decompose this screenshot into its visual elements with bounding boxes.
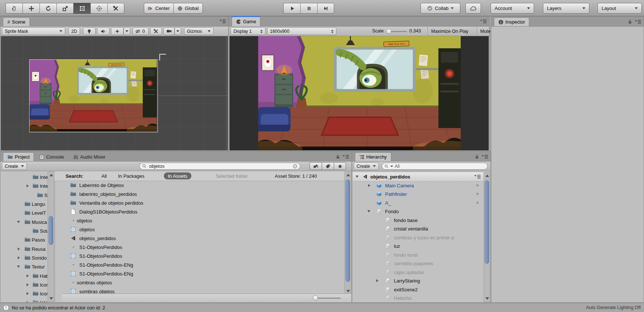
scale-slider-thumb[interactable] bbox=[386, 29, 391, 34]
tree-row[interactable]: Pasos bbox=[1, 235, 55, 244]
layers-dropdown[interactable]: Layers bbox=[543, 3, 589, 14]
scene-menu-icon[interactable] bbox=[474, 174, 481, 179]
tab-console[interactable]: Console bbox=[35, 153, 68, 161]
tree-row[interactable]: Textur bbox=[1, 262, 55, 271]
lock-icon[interactable] bbox=[474, 154, 479, 159]
file-row[interactable]: S1-ObjetosPerdidos-ENg bbox=[55, 269, 344, 278]
clear-search-icon[interactable] bbox=[292, 164, 298, 169]
hierarchy-row[interactable]: fondo tonal bbox=[353, 250, 484, 259]
prefab-chevron-icon[interactable]: > bbox=[476, 183, 479, 188]
thumbnail-slider-track[interactable] bbox=[315, 298, 341, 299]
scroll-up-icon[interactable] bbox=[346, 174, 350, 176]
expand-arrow-icon[interactable] bbox=[18, 247, 20, 250]
hierarchy-row[interactable]: carretilla paquetes bbox=[353, 259, 484, 268]
panel-menu-icon[interactable] bbox=[482, 155, 488, 159]
project-create-dropdown[interactable]: Create bbox=[2, 162, 27, 170]
scroll-down-icon[interactable] bbox=[49, 297, 53, 300]
scene-fx-dropdown[interactable] bbox=[124, 27, 130, 35]
custom-tool-button[interactable] bbox=[107, 3, 124, 14]
file-row[interactable]: objetos_perdidos bbox=[55, 234, 344, 243]
file-row[interactable]: S1-ObjetosPerdidos-ENg bbox=[55, 260, 344, 269]
tree-scrollbar-thumb[interactable] bbox=[49, 216, 53, 245]
search-filter-chevron-icon[interactable] bbox=[390, 166, 393, 167]
scene-viewport[interactable] bbox=[1, 36, 228, 150]
filter-in-packages[interactable]: In Packages bbox=[118, 173, 145, 179]
2d-mode-button[interactable]: 2D bbox=[68, 27, 80, 35]
step-button[interactable] bbox=[317, 3, 334, 14]
prefab-chevron-icon[interactable]: > bbox=[476, 191, 479, 197]
hierarchy-row[interactable]: Main Camera> bbox=[353, 181, 484, 190]
file-list-scrollbar[interactable] bbox=[344, 171, 351, 295]
scene-lighting-button[interactable] bbox=[83, 27, 96, 35]
expand-arrow-icon[interactable] bbox=[27, 274, 29, 277]
collapse-arrow-icon[interactable] bbox=[17, 221, 20, 223]
lock-icon[interactable] bbox=[335, 154, 340, 159]
tree-row[interactable]: LevelT bbox=[1, 208, 55, 217]
tab-project[interactable]: Project bbox=[3, 152, 34, 161]
tab-hierarchy[interactable]: Hierarchy bbox=[355, 152, 391, 161]
gizmos-dropdown[interactable]: Gizmos bbox=[184, 27, 214, 35]
hierarchy-row[interactable]: Fondo bbox=[353, 207, 484, 216]
search-by-label-button[interactable] bbox=[322, 162, 334, 170]
hierarchy-scrollbar[interactable] bbox=[484, 172, 490, 302]
file-row[interactable]: DialogS1BObjetosPerdidos bbox=[55, 207, 344, 216]
account-dropdown[interactable]: Account bbox=[491, 3, 534, 14]
tab-scene[interactable]: #Scene bbox=[3, 17, 30, 26]
scene-header-row[interactable]: objetos_perdidos bbox=[353, 172, 484, 181]
file-row[interactable]: objetos bbox=[55, 216, 344, 225]
thumbnail-slider-thumb[interactable] bbox=[313, 295, 318, 301]
file-list-scrollbar-thumb[interactable] bbox=[346, 180, 350, 282]
tree-row[interactable]: Hab bbox=[1, 271, 55, 280]
tree-row[interactable]: Inte bbox=[1, 298, 55, 302]
panel-menu-icon[interactable] bbox=[635, 20, 641, 24]
tree-row[interactable]: Spe bbox=[1, 191, 55, 200]
hierarchy-row[interactable]: cajas apiladas bbox=[353, 268, 484, 277]
project-search-field[interactable] bbox=[139, 163, 300, 170]
tab-game[interactable]: Game bbox=[232, 16, 260, 26]
lock-icon[interactable] bbox=[627, 19, 633, 24]
move-tool-button[interactable] bbox=[22, 3, 39, 14]
hierarchy-row[interactable]: luz bbox=[353, 242, 484, 251]
layout-dropdown[interactable]: Layout bbox=[598, 3, 642, 14]
expand-arrow-icon[interactable] bbox=[376, 279, 378, 282]
panel-menu-icon[interactable] bbox=[480, 19, 487, 24]
file-row[interactable]: Ventanilla de objetos perdidos bbox=[55, 198, 344, 207]
hierarchy-create-dropdown[interactable]: Create bbox=[354, 162, 379, 170]
resolution-dropdown[interactable]: 1600x900 bbox=[267, 27, 336, 35]
hierarchy-scrollbar-thumb[interactable] bbox=[485, 180, 489, 264]
search-input[interactable] bbox=[148, 163, 291, 169]
filter-all[interactable]: All bbox=[101, 173, 107, 179]
rect-tool-handle[interactable] bbox=[159, 54, 166, 60]
file-row[interactable]: S1-ObjetosPerdidos bbox=[55, 252, 344, 260]
collab-button[interactable]: Collab bbox=[420, 3, 460, 14]
file-row[interactable]: S1-ObjetosPerdidos bbox=[55, 243, 344, 252]
scene-fx-button[interactable] bbox=[111, 27, 124, 35]
collapse-arrow-icon[interactable] bbox=[356, 176, 359, 178]
expand-arrow-icon[interactable] bbox=[27, 283, 29, 286]
display-dropdown[interactable]: Display 1 bbox=[231, 27, 266, 35]
tab-audio-mixer[interactable]: Audio Mixer bbox=[69, 153, 110, 161]
hierarchy-row[interactable]: Helecho bbox=[353, 294, 484, 303]
expand-arrow-icon[interactable] bbox=[27, 292, 29, 295]
transform-tool-button[interactable] bbox=[90, 3, 107, 14]
pause-button[interactable] bbox=[300, 3, 317, 14]
expand-arrow-icon[interactable] bbox=[27, 301, 29, 302]
tree-row[interactable]: Sonido bbox=[1, 253, 55, 262]
tree-row[interactable]: Sota bbox=[1, 226, 55, 235]
hierarchy-row[interactable]: LarryStaring bbox=[353, 277, 484, 285]
file-row[interactable]: sombras objetos bbox=[55, 287, 344, 294]
scale-tool-button[interactable] bbox=[56, 3, 73, 14]
rotate-tool-button[interactable] bbox=[39, 3, 56, 14]
tree-scrollbar[interactable] bbox=[48, 171, 54, 302]
hierarchy-row[interactable]: exitScene2 bbox=[353, 285, 484, 294]
collapse-arrow-icon[interactable] bbox=[17, 266, 20, 268]
panel-menu-icon[interactable] bbox=[343, 155, 349, 159]
scene-camera-dropdown[interactable] bbox=[174, 27, 181, 35]
scene-audio-button[interactable] bbox=[97, 27, 110, 35]
file-row[interactable]: objetos bbox=[55, 225, 344, 234]
pivot-global-button[interactable]: Global bbox=[173, 3, 203, 14]
panel-menu-icon[interactable] bbox=[219, 19, 226, 24]
filter-asset-store[interactable]: Asset Store: 1 / 240 bbox=[275, 173, 317, 179]
tree-row[interactable]: Musica bbox=[1, 218, 55, 226]
tree-row[interactable]: Inte bbox=[1, 173, 55, 181]
